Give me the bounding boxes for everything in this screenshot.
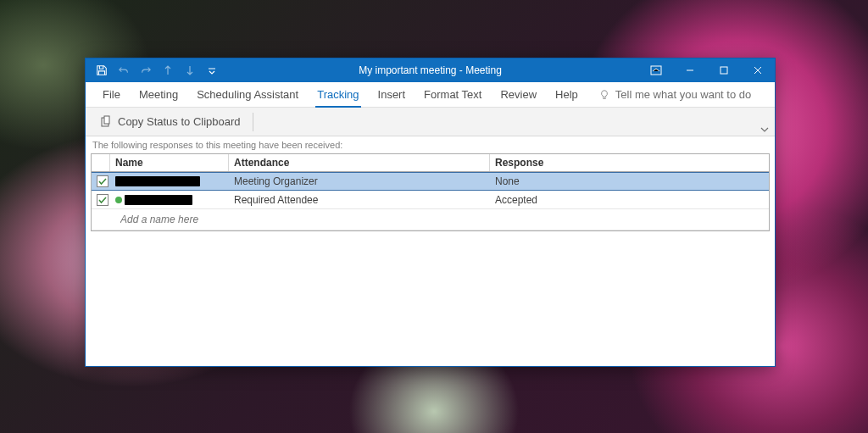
save-icon[interactable]: [92, 62, 111, 79]
collapse-ribbon-icon[interactable]: [760, 125, 770, 134]
window-controls: [639, 58, 775, 82]
titlebar: My important meeting - Meeting: [86, 58, 775, 82]
column-response[interactable]: Response: [490, 154, 769, 171]
tell-me-search[interactable]: Tell me what you want to do: [598, 88, 751, 101]
tab-help[interactable]: Help: [547, 85, 587, 104]
copy-status-label: Copy Status to Clipboard: [118, 115, 241, 128]
ribbon-tabs: File Meeting Scheduling Assistant Tracki…: [86, 82, 775, 108]
presence-icon: [115, 197, 122, 203]
attendee-name-cell: [110, 192, 229, 208]
attendance-cell: Required Attendee: [229, 192, 490, 208]
tab-insert[interactable]: Insert: [370, 85, 415, 104]
outlook-meeting-window: My important meeting - Meeting File Meet…: [85, 58, 776, 367]
tab-format-text[interactable]: Format Text: [415, 85, 490, 104]
ribbon-display-options-icon[interactable]: [639, 58, 673, 82]
table-row[interactable]: Required Attendee Accepted: [92, 191, 769, 209]
tracking-table-container: Name Attendance Response Meeting Organiz…: [86, 153, 775, 366]
attendance-cell: Meeting Organizer: [229, 174, 490, 189]
close-button[interactable]: [741, 58, 775, 82]
tab-tracking[interactable]: Tracking: [309, 85, 367, 104]
row-checkbox[interactable]: [92, 174, 110, 189]
redacted-name: [115, 176, 200, 186]
checkbox-icon: [97, 194, 108, 206]
copy-status-button[interactable]: Copy Status to Clipboard: [92, 112, 248, 132]
undo-icon[interactable]: [114, 62, 133, 79]
tab-file[interactable]: File: [94, 85, 129, 104]
quick-access-toolbar: [86, 62, 221, 79]
add-attendee-row: [92, 209, 769, 230]
redacted-name: [125, 195, 192, 205]
ribbon: Copy Status to Clipboard: [86, 108, 775, 136]
checkbox-icon: [97, 175, 108, 187]
tracking-table: Name Attendance Response Meeting Organiz…: [91, 153, 770, 231]
row-checkbox[interactable]: [92, 192, 110, 208]
minimize-button[interactable]: [673, 58, 707, 82]
attendee-name-cell: [110, 175, 229, 188]
column-check[interactable]: [92, 154, 110, 171]
clipboard-icon: [99, 115, 113, 129]
maximize-button[interactable]: [707, 58, 741, 82]
add-name-input[interactable]: [115, 211, 764, 228]
next-icon[interactable]: [181, 62, 199, 79]
table-header: Name Attendance Response: [92, 154, 769, 172]
tab-scheduling-assistant[interactable]: Scheduling Assistant: [188, 85, 307, 104]
tell-me-placeholder: Tell me what you want to do: [615, 88, 751, 101]
response-cell: None: [490, 174, 769, 189]
window-title: My important meeting - Meeting: [359, 64, 502, 76]
svg-rect-1: [721, 67, 727, 74]
tracking-status-text: The following responses to this meeting …: [86, 136, 775, 153]
previous-icon[interactable]: [159, 62, 177, 79]
svg-rect-3: [104, 116, 109, 124]
column-attendance[interactable]: Attendance: [229, 154, 490, 171]
ribbon-separator: [253, 113, 253, 131]
customize-qat-icon[interactable]: [203, 62, 221, 79]
tab-meeting[interactable]: Meeting: [131, 85, 186, 104]
tab-review[interactable]: Review: [492, 85, 545, 104]
redo-icon[interactable]: [136, 62, 155, 79]
table-row[interactable]: Meeting Organizer None: [92, 172, 769, 191]
column-name[interactable]: Name: [110, 154, 229, 171]
lightbulb-icon: [598, 89, 610, 101]
response-cell: Accepted: [490, 192, 769, 208]
